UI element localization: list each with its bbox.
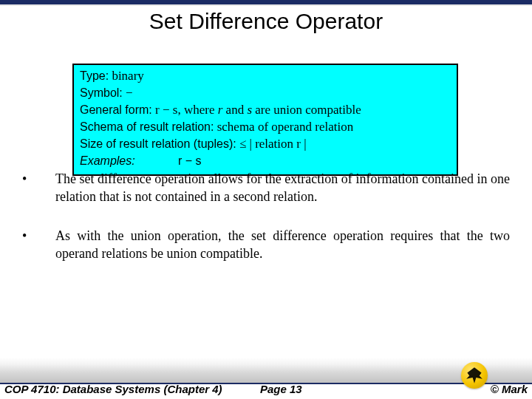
- footer-gradient: [0, 358, 532, 384]
- info-label: Size of result relation (tuples):: [80, 137, 236, 150]
- info-label: General form:: [80, 103, 152, 116]
- info-row-general: General form: r − s, where r and s are u…: [80, 102, 451, 119]
- info-value: ≤ | relation r |: [239, 137, 307, 151]
- footer-right: © Mark: [491, 383, 528, 395]
- bullet-text: The set difference operation allows for …: [55, 170, 510, 206]
- info-label: Symbol:: [80, 86, 123, 99]
- footer-center: Page 13: [260, 383, 302, 395]
- info-value: −: [126, 86, 133, 100]
- info-value: binary: [112, 69, 143, 83]
- slide: Set Difference Operator Type: binary Sym…: [0, 0, 532, 399]
- bullet-dot: •: [22, 170, 55, 206]
- info-row-symbol: Symbol: −: [80, 85, 451, 102]
- bullet-list: • The set difference operation allows fo…: [22, 170, 510, 283]
- info-row-size: Size of result relation (tuples): ≤ | re…: [80, 136, 451, 153]
- list-item: • The set difference operation allows fo…: [22, 170, 510, 206]
- operator-info-box: Type: binary Symbol: − General form: r −…: [72, 64, 458, 176]
- footer-text-row: COP 4710: Database Systems (Chapter 4) P…: [4, 383, 528, 399]
- info-label: Type:: [80, 69, 109, 82]
- info-value: r − s: [138, 154, 202, 167]
- info-row-schema: Schema of result relation: schema of ope…: [80, 119, 451, 136]
- info-label: Schema of result relation:: [80, 120, 214, 133]
- info-row-type: Type: binary: [80, 68, 451, 85]
- list-item: • As with the union operation, the set d…: [22, 227, 510, 263]
- slide-title: Set Difference Operator: [0, 9, 532, 34]
- footer-bar: COP 4710: Database Systems (Chapter 4) P…: [0, 358, 532, 399]
- pegasus-icon: [466, 366, 483, 384]
- top-sub-bar: [0, 4, 532, 6]
- bullet-dot: •: [22, 227, 55, 263]
- info-value-post: are union compatible: [252, 103, 361, 117]
- info-value-mid: and: [222, 103, 247, 117]
- footer-left: COP 4710: Database Systems (Chapter 4): [4, 383, 222, 395]
- info-row-examples: Examples: r − s: [80, 153, 451, 170]
- info-value: schema of operand relation: [217, 120, 354, 134]
- info-label: Examples:: [80, 154, 135, 167]
- bullet-text: As with the union operation, the set dif…: [55, 227, 510, 263]
- info-value-pre: r − s, where: [155, 103, 218, 117]
